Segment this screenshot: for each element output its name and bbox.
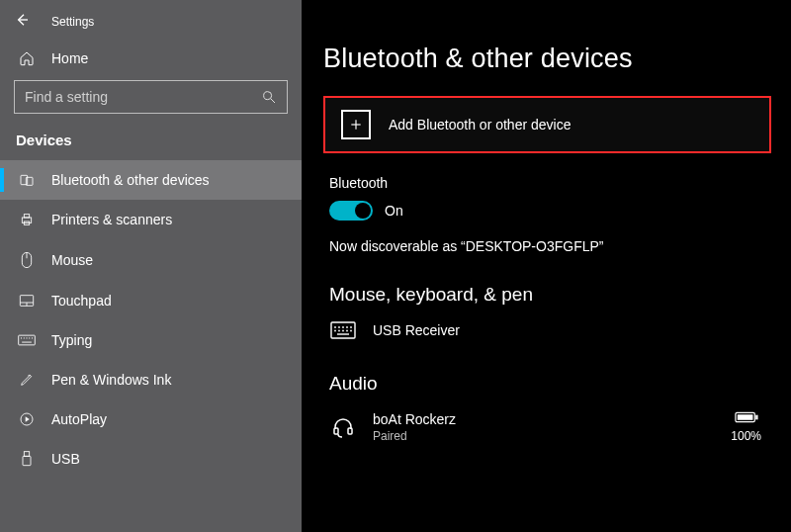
sidebar-item-printers[interactable]: Printers & scanners [0, 200, 302, 239]
main-content: Bluetooth & other devices Add Bluetooth … [302, 0, 791, 532]
sidebar-item-label: Bluetooth & other devices [51, 172, 210, 188]
svg-point-31 [350, 326, 352, 328]
svg-point-33 [338, 330, 340, 332]
sidebar-home[interactable]: Home [0, 41, 302, 76]
svg-point-30 [346, 326, 348, 328]
svg-point-27 [334, 326, 336, 328]
sidebar-item-touchpad[interactable]: Touchpad [0, 281, 302, 320]
svg-point-28 [338, 326, 340, 328]
add-device-button[interactable]: Add Bluetooth or other device [323, 96, 771, 153]
svg-point-35 [346, 330, 348, 332]
headset-icon [329, 415, 357, 439]
sidebar-header: Settings [0, 10, 302, 41]
section-heading-mkp: Mouse, keyboard, & pen [329, 284, 771, 306]
add-device-label: Add Bluetooth or other device [389, 117, 571, 133]
sidebar-item-pen[interactable]: Pen & Windows Ink [0, 360, 302, 399]
sidebar-item-label: Pen & Windows Ink [51, 372, 171, 388]
bluetooth-label: Bluetooth [329, 175, 771, 191]
sidebar-item-label: Touchpad [51, 293, 112, 309]
svg-rect-4 [22, 218, 31, 222]
bluetooth-toggle[interactable] [329, 201, 373, 221]
touchpad-icon [18, 294, 36, 308]
sidebar-item-typing[interactable]: Typing [0, 320, 302, 360]
search-icon [261, 89, 277, 108]
device-name: USB Receiver [373, 322, 460, 338]
svg-point-16 [26, 337, 27, 338]
device-row[interactable]: boAt Rockerz Paired 100% [329, 406, 771, 463]
device-name: boAt Rockerz [373, 411, 456, 427]
svg-point-32 [334, 330, 336, 332]
svg-rect-40 [755, 415, 757, 420]
svg-point-18 [32, 337, 33, 338]
back-icon[interactable] [14, 12, 30, 31]
usb-icon [18, 451, 36, 467]
pen-icon [18, 372, 36, 388]
home-label: Home [51, 50, 88, 66]
sidebar-nav: Bluetooth & other devices Printers & sca… [0, 160, 302, 479]
svg-rect-12 [19, 335, 36, 345]
sidebar-item-usb[interactable]: USB [0, 439, 302, 479]
sidebar: Settings Home Devices Bluetooth & other … [0, 0, 302, 532]
svg-rect-38 [348, 428, 352, 434]
battery-indicator: 100% [731, 410, 771, 443]
sidebar-item-label: AutoPlay [51, 411, 107, 427]
svg-rect-41 [737, 414, 752, 420]
svg-point-14 [21, 337, 22, 338]
sidebar-item-label: USB [51, 451, 80, 467]
svg-point-29 [342, 326, 344, 328]
svg-point-17 [29, 337, 30, 338]
printer-icon [18, 212, 36, 227]
keyboard-device-icon [329, 321, 357, 339]
bluetooth-state-text: On [385, 203, 403, 219]
page-title: Bluetooth & other devices [323, 44, 771, 74]
sidebar-item-label: Typing [51, 332, 92, 348]
plus-icon [341, 110, 371, 139]
search-box[interactable] [14, 80, 288, 114]
keyboard-icon [18, 334, 36, 346]
sidebar-item-autoplay[interactable]: AutoPlay [0, 399, 302, 439]
svg-point-0 [264, 92, 272, 100]
svg-rect-5 [24, 215, 29, 218]
home-icon [18, 50, 36, 66]
discoverable-text: Now discoverable as “DESKTOP-O3FGFLP” [329, 238, 771, 254]
svg-point-15 [24, 337, 25, 338]
sidebar-item-label: Printers & scanners [51, 212, 172, 227]
svg-rect-37 [334, 428, 338, 434]
svg-rect-22 [23, 456, 31, 465]
svg-rect-21 [24, 452, 29, 457]
sidebar-section-title: Devices [0, 126, 302, 160]
svg-marker-20 [26, 416, 30, 421]
bluetooth-devices-icon [18, 172, 36, 188]
autoplay-icon [18, 411, 36, 427]
sidebar-item-label: Mouse [51, 252, 93, 268]
battery-icon [735, 410, 758, 426]
section-heading-audio: Audio [329, 373, 771, 395]
device-status: Paired [373, 429, 456, 443]
sidebar-item-bluetooth[interactable]: Bluetooth & other devices [0, 160, 302, 200]
mouse-icon [18, 251, 36, 269]
battery-percentage: 100% [731, 429, 761, 443]
search-input[interactable] [25, 89, 277, 105]
svg-point-36 [350, 330, 352, 332]
svg-line-1 [271, 99, 275, 103]
sidebar-item-mouse[interactable]: Mouse [0, 239, 302, 281]
svg-point-34 [342, 330, 344, 332]
window-title: Settings [51, 15, 94, 29]
device-row[interactable]: USB Receiver [329, 317, 771, 359]
